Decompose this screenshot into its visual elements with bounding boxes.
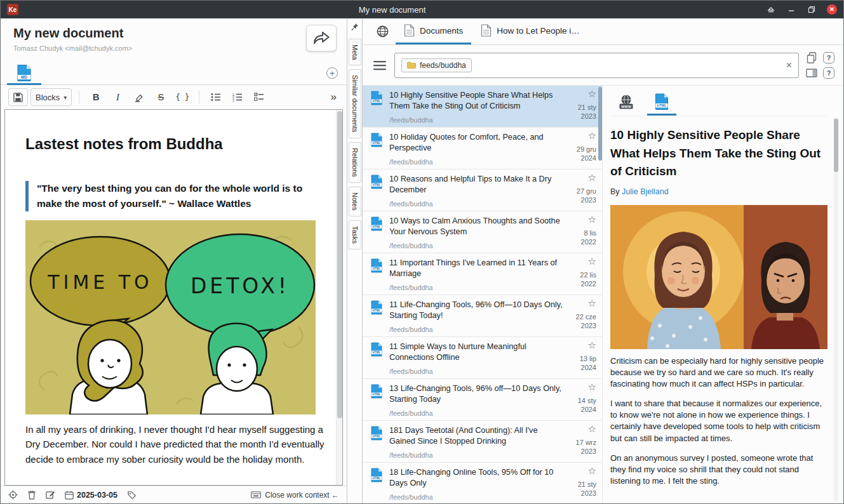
author-link[interactable]: Julie Bjelland <box>622 187 669 196</box>
favorite-star-icon[interactable]: ☆ <box>588 381 596 393</box>
document-path: /feeds/buddha <box>389 242 565 249</box>
toolbar-separator <box>199 91 199 103</box>
svg-text:HTML: HTML <box>373 435 381 438</box>
svg-text:HTML: HTML <box>373 477 381 480</box>
sidetab-relations[interactable]: Relations <box>349 142 361 183</box>
sidetab-tasks[interactable]: Tasks <box>349 220 361 249</box>
document-title: 181 Days Teetotal (And Counting): All I'… <box>389 425 565 446</box>
work-date[interactable]: 2025-03-05 <box>65 491 117 500</box>
sidetab-notes[interactable]: Notes <box>349 187 361 216</box>
editor-scrollbar[interactable] <box>336 110 342 485</box>
bullet-list-button[interactable] <box>206 88 225 106</box>
list-item[interactable]: HTML 13 Life-Changing Tools, 96% off—10 … <box>363 379 602 421</box>
list-item[interactable]: HTML 11 Life-Changing Tools, 96% Off—10 … <box>363 295 602 337</box>
document-editor-area[interactable]: Lastest notes from Buddha "The very best… <box>4 109 343 486</box>
save-button[interactable] <box>8 88 28 106</box>
toolbar-more-button[interactable]: » <box>331 91 339 103</box>
html-file-icon: HTML <box>370 258 384 291</box>
blocks-dropdown[interactable]: Blocks ▾ <box>30 88 72 106</box>
add-format-button[interactable]: + <box>326 67 338 79</box>
list-item[interactable]: HTML 11 Important Things I've Learned in… <box>363 253 602 295</box>
strikethrough-button[interactable]: S <box>151 88 170 106</box>
tab-how-to-let-people[interactable]: How to Let People i… <box>472 18 588 44</box>
list-item[interactable]: HTML 10 Reasons and Helpful Tips to Make… <box>363 169 602 211</box>
html-file-icon: HTML <box>370 174 384 208</box>
keep-above-icon[interactable] <box>766 4 776 15</box>
favorite-star-icon[interactable]: ☆ <box>588 88 596 100</box>
list-item[interactable]: HTML 181 Days Teetotal (And Counting): A… <box>363 421 602 463</box>
globe-icon[interactable] <box>370 18 394 44</box>
bullet-list-icon <box>211 93 221 102</box>
calendar-icon <box>65 491 74 500</box>
help-icon[interactable]: ? <box>823 67 834 79</box>
trash-icon[interactable] <box>27 490 36 500</box>
favorite-star-icon[interactable]: ☆ <box>588 465 596 477</box>
svg-text:DETOX!: DETOX! <box>191 274 290 298</box>
svg-text:HTML: HTML <box>373 100 381 103</box>
document-heading: Lastest notes from Buddha <box>25 135 328 153</box>
app-icon: Ke <box>7 4 18 15</box>
editor-header: My new document Tomasz Chudyk <mail@tchu… <box>1 18 347 62</box>
clear-search-icon[interactable]: × <box>786 60 792 70</box>
list-item[interactable]: HTML 10 Holiday Quotes for Comfort, Peac… <box>363 128 602 169</box>
minimize-button[interactable] <box>786 4 796 15</box>
annotate-icon[interactable] <box>46 490 55 500</box>
search-tools: ? ? <box>805 51 836 79</box>
share-button[interactable] <box>306 25 337 51</box>
favorite-star-icon[interactable]: ☆ <box>588 130 596 142</box>
close-button[interactable]: ✕ <box>827 4 837 15</box>
target-icon[interactable] <box>8 490 18 500</box>
filter-tag-chip[interactable]: feeds/buddha <box>401 58 472 72</box>
document-date: 22 cze 2023 <box>567 312 596 331</box>
preview-tab-html[interactable]: HTML <box>647 90 676 116</box>
article-paragraph: Criticism can be especially hard for hig… <box>610 355 827 390</box>
numbered-list-button[interactable]: 123 <box>228 88 247 106</box>
document-date: 14 sty 2024 <box>567 396 596 414</box>
document-date: 17 wrz 2023 <box>567 438 596 456</box>
help-icon[interactable]: ? <box>823 52 834 63</box>
editor-scrollbar-thumb[interactable] <box>337 111 342 418</box>
document-path: /feeds/buddha <box>389 200 565 208</box>
sidetab-meta[interactable]: Meta <box>349 39 361 65</box>
svg-text:HTML: HTML <box>373 142 381 145</box>
menu-icon[interactable] <box>372 60 388 70</box>
split-panel-icon[interactable] <box>805 67 818 79</box>
format-tab-bar: MD + <box>1 62 347 85</box>
preview-scrollbar[interactable] <box>834 117 838 501</box>
checklist-button[interactable] <box>250 88 269 106</box>
tab-documents[interactable]: Documents <box>396 18 471 44</box>
favorite-star-icon[interactable]: ☆ <box>588 214 596 225</box>
maximize-button[interactable] <box>807 4 817 15</box>
titlebar[interactable]: Ke My new document ✕ <box>1 1 843 18</box>
code-button[interactable]: { } <box>173 88 192 106</box>
tab-markdown[interactable]: MD <box>10 62 39 84</box>
preview-scrollbar-thumb[interactable] <box>834 119 838 172</box>
favorite-star-icon[interactable]: ☆ <box>588 340 596 351</box>
html-file-icon: HTML <box>370 216 384 249</box>
document-date: 21 sty 2023 <box>567 480 596 498</box>
favorite-star-icon[interactable]: ☆ <box>588 256 596 267</box>
browser-content: HTML 10 Highly Sensitive People Share Wh… <box>363 86 843 503</box>
svg-text:WWW: WWW <box>621 105 632 109</box>
close-work-context[interactable]: Close work context ← <box>251 491 339 500</box>
list-item[interactable]: HTML 10 Highly Sensitive People Share Wh… <box>363 86 602 128</box>
list-item[interactable]: HTML 10 Ways to Calm Anxious Thoughts an… <box>363 211 602 253</box>
pin-icon[interactable] <box>351 22 359 34</box>
search-input[interactable]: feeds/buddha × <box>394 53 799 78</box>
bold-button[interactable]: B <box>86 88 105 106</box>
highlight-button[interactable] <box>130 88 149 106</box>
favorite-star-icon[interactable]: ☆ <box>588 172 596 183</box>
document-path: /feeds/buddha <box>389 493 565 501</box>
preview-tab-www[interactable]: WWW <box>612 90 641 116</box>
document-date: 8 lis 2022 <box>567 229 596 247</box>
document-title: 10 Ways to Calm Anxious Thoughts and Soo… <box>389 216 565 237</box>
italic-button[interactable]: I <box>108 88 127 106</box>
favorite-star-icon[interactable]: ☆ <box>588 298 596 309</box>
tag-icon[interactable] <box>127 491 137 500</box>
copy-pages-icon[interactable] <box>805 51 818 64</box>
list-item[interactable]: HTML 18 Life-Changing Online Tools, 95% … <box>363 463 602 503</box>
editor-toolbar: Blocks ▾ B I S { } 123 <box>1 85 347 109</box>
list-item[interactable]: HTML 11 Simple Ways to Nurture Meaningfu… <box>363 337 602 379</box>
sidetab-similar-documents[interactable]: Similar documents <box>349 69 361 138</box>
favorite-star-icon[interactable]: ☆ <box>588 423 596 435</box>
